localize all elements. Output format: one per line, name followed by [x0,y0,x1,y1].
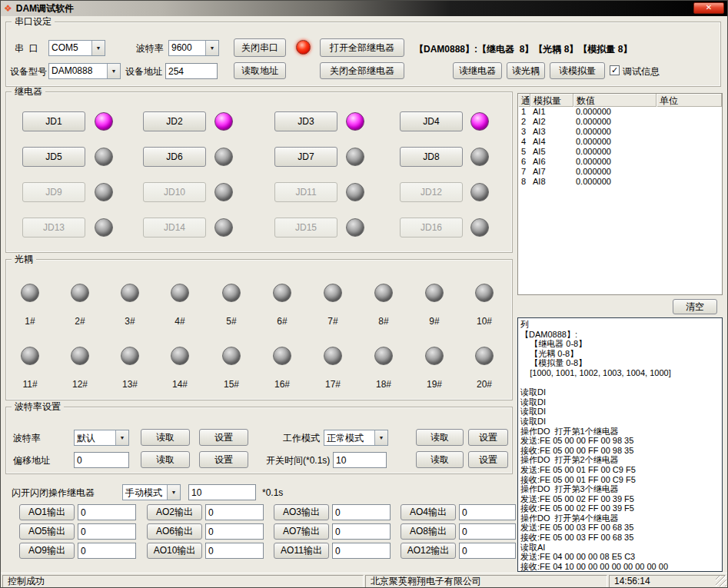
opto-indicator-15-icon [222,347,241,365]
ao-output-button-11[interactable]: AO11输出 [274,543,329,559]
ao-value-input-12[interactable] [459,543,516,559]
chevron-down-icon[interactable]: ▼ [115,430,128,445]
relay-button-jd4[interactable]: JD4 [400,111,463,131]
debug-info-checkbox[interactable]: ✓ [610,65,620,75]
ao-value-input-9[interactable] [78,543,136,559]
opto-indicator-9-icon [425,284,444,302]
flash-mode-select[interactable]: 手动模式 ▼ [122,484,181,500]
relay-button-jd2[interactable]: JD2 [143,111,206,131]
read-address-button[interactable]: 读取地址 [234,62,286,79]
col-header-unit[interactable]: 单位 [657,94,722,107]
table-row[interactable]: 3AI30.000000 [518,127,722,137]
baud-set-button[interactable]: 设置 [199,429,248,446]
ao-value-input-10[interactable] [205,543,264,559]
open-all-relays-button[interactable]: 打开全部继电器 [320,38,404,57]
opto-label-18: 18# [367,379,401,390]
opto-label-1: 1# [13,316,47,327]
relay-button-jd5[interactable]: JD5 [22,147,85,167]
ao-value-input-11[interactable] [332,543,391,559]
close-serial-button[interactable]: 关闭串口 [234,38,286,57]
device-address-input[interactable] [165,63,218,79]
relay-indicator-jd3-icon [346,112,364,131]
table-row[interactable]: 2AI20.000000 [518,117,722,127]
opto-indicator-6-icon [273,284,291,302]
ao-output-button-7[interactable]: AO7输出 [274,523,329,540]
clear-button[interactable]: 清空 [673,299,717,314]
workmode-read-button[interactable]: 读取 [416,429,464,446]
read-relay-button[interactable]: 读继电器 [453,62,502,79]
relay-button-jd7[interactable]: JD7 [274,147,337,167]
table-row[interactable]: 6AI60.000000 [518,157,722,167]
switch-time-input[interactable] [333,452,387,468]
offset-address-input[interactable] [74,452,129,468]
log-output[interactable]: 列 【DAM0888】: 【继电器 0-8】 【光耦 0-8】 【模拟量 0-8… [517,317,723,572]
ao-value-input-4[interactable] [459,504,516,520]
chevron-down-icon[interactable]: ▼ [91,41,105,55]
workmode-set-button[interactable]: 设置 [468,429,508,446]
workmode-select[interactable]: 正常模式 ▼ [324,430,388,446]
port-select[interactable]: COM5 ▼ [48,40,105,56]
ao-value-input-3[interactable] [332,504,391,520]
relay-indicator-jd9-icon [95,183,113,201]
table-row[interactable]: 4AI40.000000 [518,137,722,147]
cell-unit [657,177,722,187]
relay-button-jd8[interactable]: JD8 [400,147,463,167]
ao-output-button-10[interactable]: AO10输出 [147,543,202,559]
opto-indicator-18-icon [374,347,393,365]
offset-set-button[interactable]: 设置 [199,451,248,468]
ao-output-button-4[interactable]: AO4输出 [401,504,456,520]
cell-channel: 8 [518,177,530,187]
resize-grip[interactable] [716,576,726,586]
ao-output-button-5[interactable]: AO5输出 [19,523,75,540]
table-row[interactable]: 8AI80.000000 [518,177,722,187]
opto-channel-19: 19# [417,347,451,390]
titlebar[interactable]: ❖ DAM调试软件 ✕ [1,1,727,16]
chevron-down-icon[interactable]: ▼ [167,485,180,500]
ao-value-input-5[interactable] [78,523,136,540]
switch-time-set-button[interactable]: 设置 [468,451,508,468]
opto-label-12: 12# [63,379,97,390]
baud-setting-select[interactable]: 默认 ▼ [74,430,129,446]
close-button[interactable]: ✕ [693,2,724,14]
table-row[interactable]: 7AI70.000000 [518,167,722,177]
ao-output-button-6[interactable]: AO6输出 [147,523,202,540]
relay-button-jd1[interactable]: JD1 [22,111,85,131]
app-window: ❖ DAM调试软件 ✕ 串口设定 串 口 COM5 ▼ 波特率 9600 ▼ 关… [0,0,728,588]
cell-unit [657,157,722,167]
table-row[interactable]: 1AI10.000000 [518,107,722,117]
read-opto-button[interactable]: 读光耦 [507,62,545,79]
relay-indicator-jd1-icon [95,112,113,131]
chevron-down-icon[interactable]: ▼ [205,41,218,55]
ao-output-button-9[interactable]: AO9输出 [19,543,75,559]
offset-read-button[interactable]: 读取 [141,451,190,468]
flash-time-input[interactable] [188,484,256,500]
ao-output-button-3[interactable]: AO3输出 [274,504,329,520]
ao-output-button-8[interactable]: AO8输出 [401,523,456,540]
ao-output-button-12[interactable]: AO12输出 [401,543,456,559]
relay-button-jd6[interactable]: JD6 [143,147,206,167]
baudrate-select-value: 9600 [169,41,205,55]
col-header-analog[interactable]: 模拟量 [530,94,573,107]
table-row[interactable]: 5AI50.000000 [518,147,722,157]
serial-group-title: 串口设定 [12,17,55,27]
switch-time-read-button[interactable]: 读取 [416,451,464,468]
chevron-down-icon[interactable]: ▼ [374,430,387,445]
ao-value-input-2[interactable] [205,504,264,520]
ao-output-button-1[interactable]: AO1输出 [19,504,75,520]
chevron-down-icon[interactable]: ▼ [107,64,120,78]
col-header-value[interactable]: 数值 [573,94,657,107]
baud-read-button[interactable]: 读取 [141,429,190,446]
ao-output-button-2[interactable]: AO2输出 [147,504,202,520]
close-all-relays-button[interactable]: 关闭全部继电器 [320,62,404,79]
ao-value-input-6[interactable] [205,523,264,540]
relay-button-jd3[interactable]: JD3 [274,111,337,131]
col-header-channel[interactable]: 通 [518,94,530,107]
ao-value-input-8[interactable] [459,523,516,540]
relay-button-jd12: JD12 [400,182,463,202]
device-model-select[interactable]: DAM0888 ▼ [48,63,121,79]
ao-value-input-7[interactable] [332,523,391,540]
relay-button-jd10: JD10 [143,182,206,202]
read-analog-button[interactable]: 读模拟量 [550,62,605,79]
ao-value-input-1[interactable] [78,504,136,520]
baudrate-select[interactable]: 9600 ▼ [168,40,219,56]
